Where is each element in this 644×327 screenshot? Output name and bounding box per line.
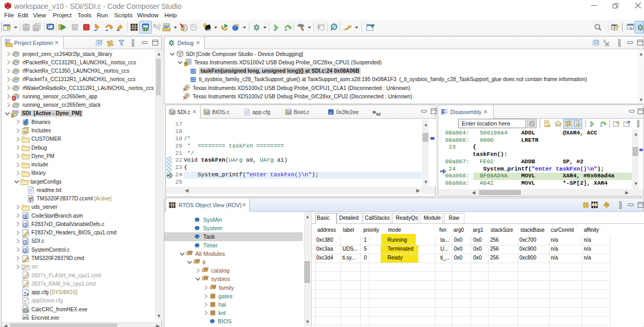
svg-text:c: c [329, 110, 332, 115]
